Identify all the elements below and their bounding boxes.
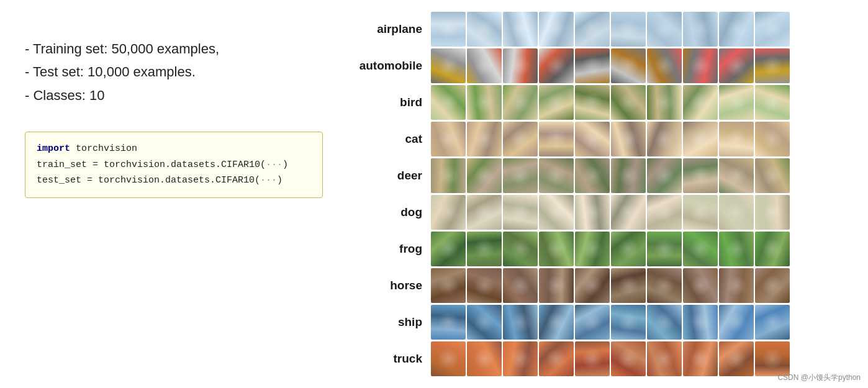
image-deer-2 [503,158,538,193]
image-frog-3 [539,232,574,266]
image-horse-9 [755,268,790,303]
image-ship-6 [647,305,682,340]
right-panel: airplaneautomobilebirdcatdeerdogfroghors… [348,0,868,388]
image-automobile-7 [683,48,718,83]
image-frog-4 [575,232,610,266]
image-ship-4 [575,305,610,340]
image-frog-8 [719,232,754,266]
class-label-automobile: automobile [348,59,428,73]
image-dog-2 [503,195,538,230]
image-automobile-4 [575,48,610,83]
image-ship-0 [431,305,466,340]
image-truck-0 [431,341,466,376]
image-ship-1 [467,305,502,340]
image-automobile-3 [539,48,574,83]
class-images-cat [431,122,790,156]
image-deer-0 [431,158,466,193]
info-line-3: - Classes: 10 [25,84,323,107]
image-automobile-8 [719,48,754,83]
code-keyword-import: import [37,143,70,154]
class-images-bird [431,85,790,120]
class-label-deer: deer [348,169,428,183]
image-cat-0 [431,122,466,156]
image-horse-7 [683,268,718,303]
classes-table: airplaneautomobilebirdcatdeerdogfroghors… [348,11,862,377]
image-horse-8 [719,268,754,303]
image-automobile-0 [431,48,466,83]
image-dog-6 [647,195,682,230]
class-label-truck: truck [348,352,428,366]
image-ship-8 [719,305,754,340]
image-airplane-6 [647,12,682,47]
image-ship-5 [611,305,646,340]
image-truck-7 [683,341,718,376]
image-frog-1 [467,232,502,266]
image-deer-4 [575,158,610,193]
image-ship-2 [503,305,538,340]
image-horse-6 [647,268,682,303]
class-images-ship [431,305,790,340]
class-row-deer: deer [348,158,862,194]
code-line3-text: test_set = torchvision.datasets.CIFAR10( [37,175,260,186]
image-bird-8 [719,85,754,120]
code-line-1: import torchvision [37,141,311,157]
image-horse-0 [431,268,466,303]
image-airplane-4 [575,12,610,47]
image-deer-3 [539,158,574,193]
image-cat-3 [539,122,574,156]
class-row-truck: truck [348,341,862,377]
class-label-frog: frog [348,242,428,256]
image-automobile-9 [755,48,790,83]
class-images-frog [431,232,790,266]
image-horse-5 [611,268,646,303]
image-truck-9 [755,341,790,376]
image-bird-3 [539,85,574,120]
image-airplane-2 [503,12,538,47]
image-truck-6 [647,341,682,376]
image-dog-0 [431,195,466,230]
image-airplane-0 [431,12,466,47]
image-frog-9 [755,232,790,266]
class-row-airplane: airplane [348,11,862,47]
image-cat-7 [683,122,718,156]
image-cat-6 [647,122,682,156]
image-cat-1 [467,122,502,156]
image-truck-5 [611,341,646,376]
image-deer-1 [467,158,502,193]
image-dog-8 [719,195,754,230]
image-frog-0 [431,232,466,266]
class-label-dog: dog [348,205,428,219]
code-line1-rest: torchvision [70,143,137,154]
image-truck-4 [575,341,610,376]
image-deer-5 [611,158,646,193]
image-frog-5 [611,232,646,266]
class-label-airplane: airplane [348,22,428,36]
image-airplane-5 [611,12,646,47]
image-truck-3 [539,341,574,376]
image-cat-9 [755,122,790,156]
image-automobile-6 [647,48,682,83]
class-images-truck [431,341,790,376]
class-row-frog: frog [348,231,862,267]
image-airplane-8 [719,12,754,47]
image-truck-2 [503,341,538,376]
image-dog-3 [539,195,574,230]
image-frog-6 [647,232,682,266]
image-truck-1 [467,341,502,376]
image-cat-4 [575,122,610,156]
image-deer-7 [683,158,718,193]
image-airplane-3 [539,12,574,47]
info-line-1: - Training set: 50,000 examples, [25,37,323,60]
image-automobile-5 [611,48,646,83]
image-ship-3 [539,305,574,340]
image-dog-7 [683,195,718,230]
class-row-automobile: automobile [348,48,862,84]
image-frog-7 [683,232,718,266]
class-row-cat: cat [348,121,862,157]
class-label-horse: horse [348,279,428,292]
image-bird-1 [467,85,502,120]
image-frog-2 [503,232,538,266]
code-line-2: train_set = torchvision.datasets.CIFAR10… [37,157,311,173]
image-bird-6 [647,85,682,120]
class-images-airplane [431,12,790,47]
